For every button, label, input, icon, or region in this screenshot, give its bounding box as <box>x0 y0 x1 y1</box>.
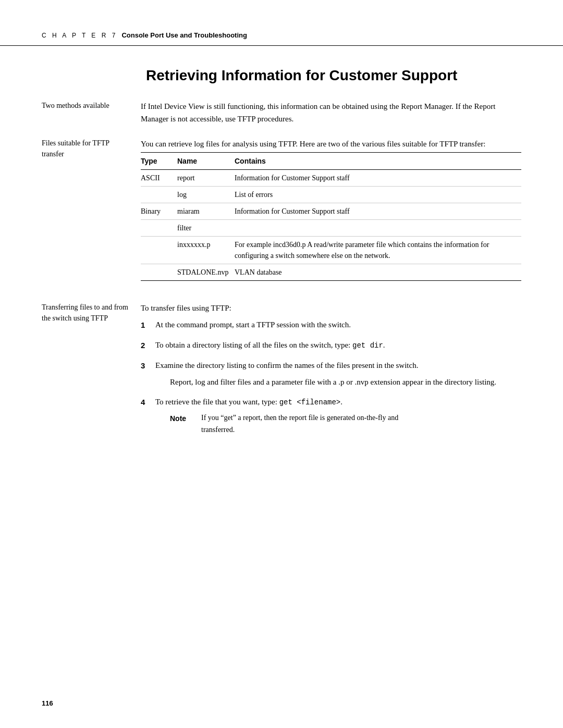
note-block: NoteIf you “get” a report, then the repo… <box>170 412 419 436</box>
table-row: inxxxxxx.pFor example incd36d0.p A read/… <box>141 236 521 264</box>
sidebar-label-methods: Two methods available <box>42 100 141 125</box>
cell-contains: VLAN database <box>235 264 521 280</box>
step-text: Examine the directory listing to confirm… <box>155 361 418 369</box>
main-text-tftp: You can retrieve log files for analysis … <box>141 138 521 289</box>
main-text-transfer: To transfer files using TFTP: 1At the co… <box>141 302 521 443</box>
content-row-tftp: Files suitable for TFTP transfer You can… <box>42 138 521 289</box>
content-row-methods: Two methods available If Intel Device Vi… <box>42 100 521 125</box>
cell-contains: Information for Customer Support staff <box>235 169 521 186</box>
step-number: 2 <box>141 339 155 352</box>
cell-contains: For example incd36d0.p A read/write para… <box>235 236 521 264</box>
cell-name: filter <box>177 219 235 236</box>
table-row: BinarymiaramInformation for Customer Sup… <box>141 203 521 219</box>
col-header-contains: Contains <box>235 152 521 169</box>
col-header-name: Name <box>177 152 235 169</box>
cell-type: ASCII <box>141 169 177 186</box>
cell-type <box>141 186 177 203</box>
chapter-title: Console Port Use and Troubleshooting <box>121 31 247 39</box>
table-header-row: Type Name Contains <box>141 152 521 169</box>
table-row: logList of errors <box>141 186 521 203</box>
step-text: To retrieve the file that you want, type… <box>155 398 342 406</box>
main-text-methods: If Intel Device View is still functionin… <box>141 100 521 125</box>
cell-name: report <box>177 169 235 186</box>
files-table: Type Name Contains ASCIIreportInformatio… <box>141 152 521 281</box>
page-number: 116 <box>42 699 53 707</box>
numbered-item: 2To obtain a directory listing of all th… <box>141 339 521 352</box>
step-text: To obtain a directory listing of all the… <box>155 341 385 349</box>
cell-type: Binary <box>141 203 177 219</box>
step-number: 1 <box>141 318 155 331</box>
content-row-transfer: Transferring files to and from the switc… <box>42 302 521 443</box>
cell-type <box>141 236 177 264</box>
note-label: Note <box>170 412 201 436</box>
cell-contains: Information for Customer Support staff <box>235 203 521 219</box>
chapter-header: C H A P T E R 7 Console Port Use and Tro… <box>0 0 563 46</box>
sidebar-label-tftp: Files suitable for TFTP transfer <box>42 138 141 289</box>
cell-name: log <box>177 186 235 203</box>
numbered-list: 1At the command prompt, start a TFTP ses… <box>141 318 521 436</box>
chapter-label: C H A P T E R 7 <box>42 32 117 39</box>
step-text: At the command prompt, start a TFTP sess… <box>155 320 351 329</box>
numbered-item: 1At the command prompt, start a TFTP ses… <box>141 318 521 331</box>
sidebar-label-transfer: Transferring files to and from the switc… <box>42 302 141 443</box>
col-header-type: Type <box>141 152 177 169</box>
page: C H A P T E R 7 Console Port Use and Tro… <box>0 0 563 728</box>
cell-type <box>141 219 177 236</box>
cell-type <box>141 264 177 280</box>
note-text: If you “get” a report, then the report f… <box>201 412 419 436</box>
cell-name: miaram <box>177 203 235 219</box>
table-row: STDALONE.nvpVLAN database <box>141 264 521 280</box>
section-title: Retrieving Information for Customer Supp… <box>146 67 521 84</box>
transfer-intro: To transfer files using TFTP: <box>141 302 521 314</box>
code-get-dir: get dir <box>352 341 383 350</box>
step-number: 3 <box>141 359 155 372</box>
main-content: Retrieving Information for Customer Supp… <box>0 46 563 487</box>
cell-contains: List of errors <box>235 186 521 203</box>
table-row: filter <box>141 219 521 236</box>
cell-contains <box>235 219 521 236</box>
cell-name: inxxxxxx.p <box>177 236 235 264</box>
step-sub-para: Report, log and filter files and a param… <box>170 376 496 388</box>
numbered-item: 3Examine the directory listing to confir… <box>141 359 521 388</box>
step-number: 4 <box>141 396 155 409</box>
numbered-item: 4To retrieve the file that you want, typ… <box>141 396 521 436</box>
table-wrapper: Type Name Contains ASCIIreportInformatio… <box>141 152 521 281</box>
table-row: ASCIIreportInformation for Customer Supp… <box>141 169 521 186</box>
cell-name: STDALONE.nvp <box>177 264 235 280</box>
code-get-filename: get <filename> <box>279 398 341 406</box>
